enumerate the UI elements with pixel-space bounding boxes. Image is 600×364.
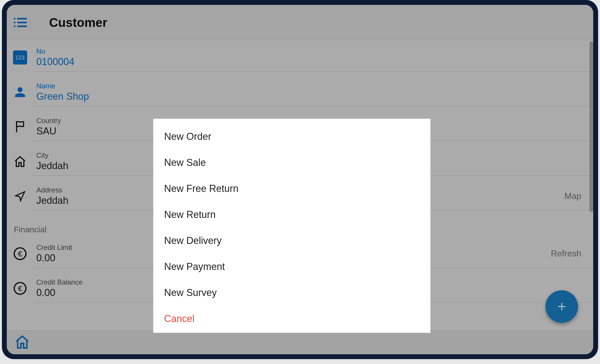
- menu-new-free-return[interactable]: New Free Return: [153, 176, 430, 202]
- menu-new-payment[interactable]: New Payment: [153, 254, 430, 280]
- menu-new-order[interactable]: New Order: [153, 124, 430, 150]
- action-sheet: New Order New Sale New Free Return New R…: [153, 119, 430, 333]
- menu-cancel[interactable]: Cancel: [153, 306, 430, 332]
- menu-new-survey[interactable]: New Survey: [153, 280, 430, 306]
- menu-new-return[interactable]: New Return: [153, 202, 430, 228]
- app-screen: Customer 123 No 0100004: [7, 5, 593, 354]
- menu-new-delivery[interactable]: New Delivery: [153, 228, 430, 254]
- device-frame: Customer 123 No 0100004: [2, 0, 598, 359]
- menu-new-sale[interactable]: New Sale: [153, 150, 430, 176]
